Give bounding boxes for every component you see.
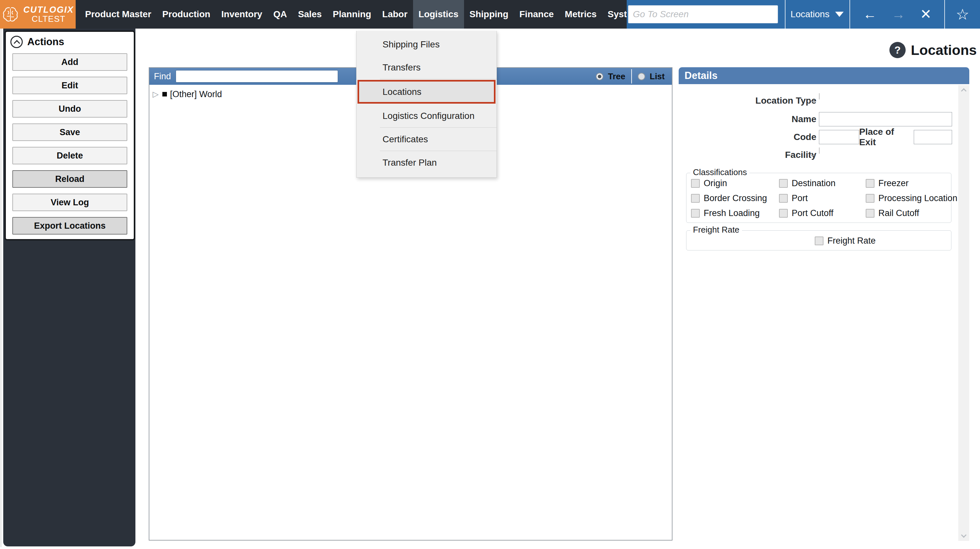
location-type-select[interactable] (819, 94, 952, 108)
place-of-exit-label: Place of Exit (859, 127, 909, 147)
freight-rate-checkbox[interactable] (815, 236, 824, 245)
actions-panel-title: Actions (27, 36, 64, 48)
brand-environment: CLTEST (32, 14, 65, 23)
screen-selector-dropdown[interactable]: Locations (786, 0, 849, 29)
border-crossing-checkbox[interactable] (691, 194, 700, 203)
fresh-loading-label: Fresh Loading (704, 208, 760, 218)
help-icon[interactable]: ? (889, 42, 906, 58)
reload-button[interactable]: Reload (12, 170, 127, 188)
destination-checkbox[interactable] (779, 179, 788, 188)
app-window: CUTLOGIX CLTEST Product Master Productio… (0, 0, 980, 549)
details-panel-header: Details (679, 67, 969, 84)
nav-finance[interactable]: Finance (514, 0, 560, 29)
processing-location-label: Processing Location (878, 193, 957, 203)
topbar-right-section: Locations ← → ✕ ☆ (627, 0, 980, 29)
tree-node-label[interactable]: [Other] World (170, 89, 222, 99)
add-button[interactable]: Add (12, 53, 127, 71)
code-row: Code Place of Exit (679, 130, 969, 144)
name-input[interactable] (819, 112, 952, 126)
scroll-down-icon[interactable] (961, 532, 967, 538)
list-radio-label: List (650, 72, 665, 81)
name-row: Name (679, 112, 969, 126)
port-cutoff-label: Port Cutoff (792, 208, 834, 218)
name-label: Name (679, 114, 816, 124)
save-button[interactable]: Save (12, 123, 127, 141)
main-nav: Product Master Production Inventory QA S… (80, 0, 646, 29)
brand-text: CUTLOGIX CLTEST (23, 5, 74, 23)
actions-panel-header: Actions (6, 32, 134, 48)
logistics-dropdown-menu: Shipping Files Transfers Locations Logis… (356, 31, 497, 178)
freight-rate-label: Freight Rate (827, 236, 876, 246)
top-menu-bar: CUTLOGIX CLTEST Product Master Productio… (0, 0, 980, 29)
classification-item: Port (779, 193, 808, 203)
go-to-screen-input[interactable] (628, 5, 778, 23)
nav-sales[interactable]: Sales (293, 0, 327, 29)
details-scrollbar[interactable] (958, 85, 969, 541)
page-title-text: Locations (911, 42, 977, 58)
destination-label: Destination (792, 178, 835, 188)
tree-radio[interactable] (596, 73, 603, 80)
nav-production[interactable]: Production (157, 0, 216, 29)
view-log-button[interactable]: View Log (12, 194, 127, 211)
find-label: Find (154, 72, 171, 81)
fresh-loading-checkbox[interactable] (691, 209, 700, 218)
freight-rate-fieldset: Freight Rate Freight Rate (686, 230, 951, 251)
classification-item: Origin (691, 178, 727, 188)
border-crossing-label: Border Crossing (704, 193, 767, 203)
processing-location-checkbox[interactable] (866, 194, 875, 203)
menu-item-locations[interactable]: Locations (358, 80, 496, 104)
menu-item-transfer-plan[interactable]: Transfer Plan (356, 151, 496, 174)
undo-button[interactable]: Undo (12, 100, 127, 118)
nav-product-master[interactable]: Product Master (80, 0, 157, 29)
freezer-checkbox[interactable] (866, 179, 875, 188)
location-type-row: Location Type (679, 94, 969, 108)
freezer-label: Freezer (878, 178, 908, 188)
scroll-up-icon[interactable] (961, 88, 967, 94)
code-label: Code (679, 132, 816, 142)
brain-logo-icon (2, 6, 19, 23)
forward-arrow-icon[interactable]: → (891, 8, 905, 21)
classifications-legend: Classifications (690, 167, 749, 177)
origin-label: Origin (704, 178, 727, 188)
classification-item: Destination (779, 178, 835, 188)
collapse-chevron-icon[interactable] (10, 36, 23, 48)
close-icon[interactable]: ✕ (920, 8, 931, 21)
nav-shipping[interactable]: Shipping (464, 0, 514, 29)
nav-qa[interactable]: QA (268, 0, 293, 29)
rail-cutoff-label: Rail Cutoff (878, 208, 919, 218)
code-input[interactable] (819, 130, 859, 144)
export-locations-button[interactable]: Export Locations (12, 217, 127, 235)
origin-checkbox[interactable] (691, 179, 700, 188)
port-checkbox[interactable] (779, 194, 788, 203)
edit-button[interactable]: Edit (12, 77, 127, 94)
nav-history-controls: ← → ✕ (850, 0, 944, 29)
nav-metrics[interactable]: Metrics (559, 0, 602, 29)
tree-radio-label: Tree (608, 72, 625, 81)
details-panel-body: Location Type Name Code Place of Exit Fa… (679, 84, 969, 377)
nav-planning[interactable]: Planning (327, 0, 377, 29)
delete-button[interactable]: Delete (12, 147, 127, 164)
port-label: Port (792, 193, 808, 203)
expander-triangle-icon[interactable]: ▷ (153, 90, 159, 98)
favorite-star-button[interactable]: ☆ (945, 0, 980, 29)
facility-select[interactable] (819, 148, 952, 162)
window-edge-line (1, 29, 1, 547)
rail-cutoff-checkbox[interactable] (866, 209, 875, 218)
nav-inventory[interactable]: Inventory (216, 0, 268, 29)
menu-item-certificates[interactable]: Certificates (356, 128, 496, 151)
menu-item-transfers[interactable]: Transfers (356, 56, 496, 79)
list-radio[interactable] (638, 73, 645, 80)
menu-item-shipping-files[interactable]: Shipping Files (356, 33, 496, 56)
nav-labor[interactable]: Labor (377, 0, 413, 29)
back-arrow-icon[interactable]: ← (863, 8, 877, 21)
place-of-exit-input[interactable] (914, 130, 952, 144)
find-input[interactable] (176, 70, 338, 83)
nav-logistics[interactable]: Logistics (413, 0, 464, 29)
brand-logo[interactable]: CUTLOGIX CLTEST (0, 0, 76, 29)
classification-item: Fresh Loading (691, 208, 760, 218)
chevron-down-icon (835, 12, 844, 17)
location-type-label: Location Type (679, 96, 816, 106)
menu-item-logistics-configuration[interactable]: Logistics Configuration (356, 104, 496, 127)
port-cutoff-checkbox[interactable] (779, 209, 788, 218)
classification-item: Rail Cutoff (866, 208, 919, 218)
